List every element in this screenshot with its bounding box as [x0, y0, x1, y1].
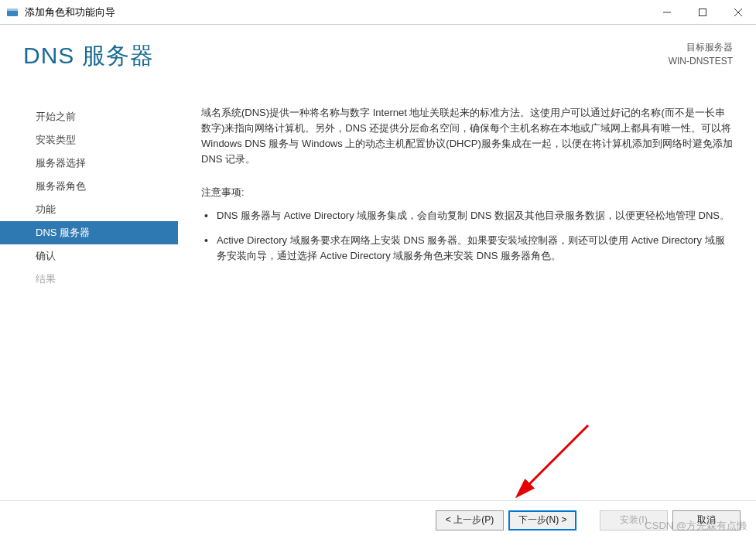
next-button[interactable]: 下一步(N) >: [508, 510, 576, 530]
previous-button[interactable]: < 上一步(P): [436, 510, 504, 530]
app-icon: [6, 6, 19, 19]
minimize-button[interactable]: [649, 0, 685, 24]
main-content: 域名系统(DNS)提供一种将名称与数字 Internet 地址关联起来的标准方法…: [178, 102, 756, 500]
description-text: 域名系统(DNS)提供一种将名称与数字 Internet 地址关联起来的标准方法…: [201, 105, 733, 168]
nav-results: 结果: [0, 268, 178, 291]
nav-server-selection[interactable]: 服务器选择: [0, 152, 178, 175]
note-item: Active Directory 域服务要求在网络上安装 DNS 服务器。如果要…: [204, 233, 733, 264]
nav-features[interactable]: 功能: [0, 198, 178, 221]
notes-label: 注意事项:: [201, 185, 733, 200]
cancel-button[interactable]: 取消: [672, 510, 741, 530]
header: DNS 服务器 目标服务器 WIN-DNSTEST: [0, 25, 756, 102]
page-title: DNS 服务器: [23, 40, 154, 72]
notes-list: DNS 服务器与 Active Directory 域服务集成，会自动复制 DN…: [201, 208, 733, 264]
svg-rect-3: [700, 9, 706, 15]
window-controls: [649, 0, 756, 24]
target-server-name: WIN-DNSTEST: [669, 54, 733, 68]
nav-dns-server[interactable]: DNS 服务器: [0, 221, 178, 244]
window-title: 添加角色和功能向导: [25, 5, 649, 19]
footer: < 上一步(P) 下一步(N) > 安装(I) 取消: [0, 500, 756, 539]
nav-server-roles[interactable]: 服务器角色: [0, 175, 178, 198]
target-server-block: 目标服务器 WIN-DNSTEST: [669, 40, 733, 68]
titlebar: 添加角色和功能向导: [0, 0, 756, 25]
target-label: 目标服务器: [669, 40, 733, 54]
install-button: 安装(I): [600, 510, 668, 530]
sidebar: 开始之前 安装类型 服务器选择 服务器角色 功能 DNS 服务器 确认 结果: [0, 102, 178, 500]
maximize-button[interactable]: [685, 0, 720, 24]
nav-before-you-begin[interactable]: 开始之前: [0, 105, 178, 128]
svg-rect-1: [7, 9, 18, 11]
nav-confirmation[interactable]: 确认: [0, 244, 178, 268]
nav-installation-type[interactable]: 安装类型: [0, 128, 178, 152]
body: 开始之前 安装类型 服务器选择 服务器角色 功能 DNS 服务器 确认 结果 域…: [0, 102, 756, 500]
close-button[interactable]: [720, 0, 756, 24]
note-item: DNS 服务器与 Active Directory 域服务集成，会自动复制 DN…: [204, 208, 733, 223]
